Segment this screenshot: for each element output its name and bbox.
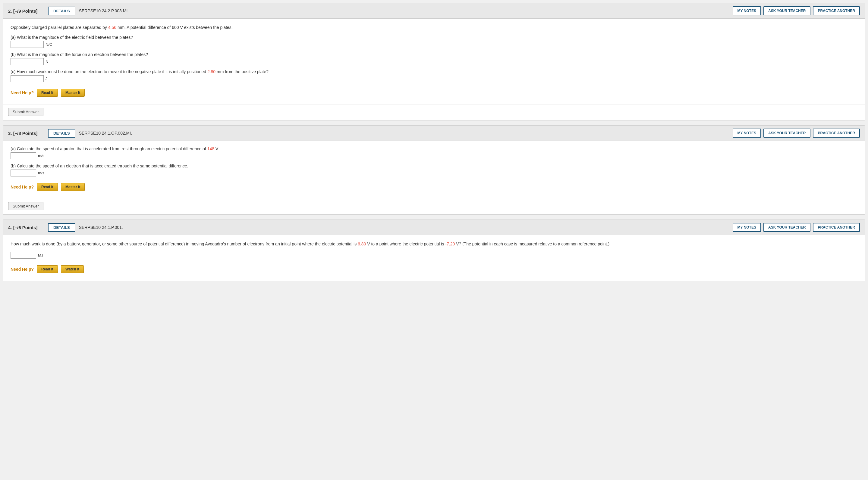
unit-3a: m/s [38,153,44,158]
answer-input-4[interactable] [10,252,36,259]
submit-row-3: Submit Answer [3,199,865,214]
submit-button-2[interactable]: Submit Answer [8,108,43,116]
details-button-4[interactable]: DETAILS [48,223,75,232]
master-it-button-2[interactable]: Master It [61,89,85,97]
question-number-3: 3. [–/8 Points] [8,131,44,136]
question-code-3: SERPSE10 24.1.OP.002.MI. [79,131,729,136]
need-help-label-2: Need Help? [10,90,34,95]
ask-teacher-button-3[interactable]: ASK YOUR TEACHER [764,129,810,138]
unit-3b: m/s [38,171,44,175]
need-help-label-3: Need Help? [10,184,34,190]
question-number-4: 4. [–/6 Points] [8,225,44,230]
unit-2b: N [45,59,48,64]
unit-2c: J [45,76,48,81]
read-it-button-2[interactable]: Read It [37,89,58,97]
sub-question-3a: (a) Calculate the speed of a proton that… [10,146,858,159]
answer-input-2c[interactable] [10,75,44,82]
question-intro-2: Oppositely charged parallel plates are s… [10,24,858,31]
practice-another-button-4[interactable]: PRACTICE ANOTHER [813,223,860,232]
read-it-button-3[interactable]: Read It [37,183,58,191]
need-help-row-2: Need Help? Read It Master It [10,87,858,99]
sub-question-3b: (b) Calculate the speed of an electron t… [10,164,858,176]
my-notes-button-3[interactable]: MY NOTES [733,129,761,138]
ask-teacher-button-4[interactable]: ASK YOUR TEACHER [764,223,810,232]
sub-question-2b: (b) What is the magnitude of the force o… [10,52,858,65]
need-help-row-4: Need Help? Read It Watch It [10,263,858,276]
my-notes-button-4[interactable]: MY NOTES [733,223,761,232]
my-notes-button-2[interactable]: MY NOTES [733,6,761,15]
answer-input-2a[interactable] [10,41,44,48]
answer-input-2b[interactable] [10,58,44,65]
question-intro-4: How much work is done (by a battery, gen… [10,241,858,247]
answer-input-3b[interactable] [10,170,36,176]
practice-another-button-2[interactable]: PRACTICE ANOTHER [813,6,860,15]
question-code-2: SERPSE10 24.2.P.003.MI. [79,8,729,13]
question-code-4: SERPSE10 24.1.P.001. [79,225,729,230]
ask-teacher-button-2[interactable]: ASK YOUR TEACHER [764,6,810,15]
unit-4: MJ [38,253,43,258]
answer-input-3a[interactable] [10,152,36,159]
sub-question-2a: (a) What is the magnitude of the electri… [10,35,858,48]
unit-2a: N/C [45,42,52,47]
master-it-button-3[interactable]: Master It [61,183,85,191]
need-help-label-4: Need Help? [10,267,34,272]
practice-another-button-3[interactable]: PRACTICE ANOTHER [813,129,860,138]
question-number-2: 2. [–/9 Points] [8,8,44,13]
submit-row-2: Submit Answer [3,104,865,120]
read-it-button-4[interactable]: Read It [37,265,58,273]
sub-question-2c: (c) How much work must be done on the el… [10,69,858,82]
submit-button-3[interactable]: Submit Answer [8,202,43,210]
details-button-3[interactable]: DETAILS [48,129,75,138]
need-help-row-3: Need Help? Read It Master It [10,181,858,193]
details-button-2[interactable]: DETAILS [48,7,75,15]
watch-it-button-4[interactable]: Watch It [61,265,84,273]
